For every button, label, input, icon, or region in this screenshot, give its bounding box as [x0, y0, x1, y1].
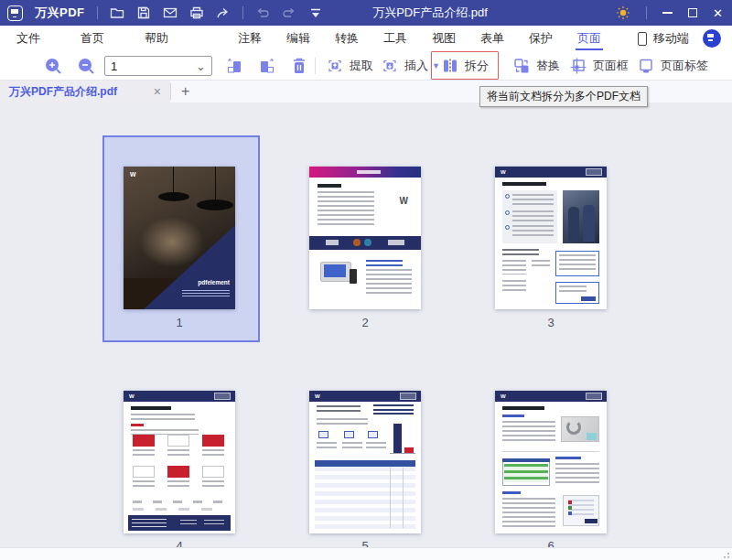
- zoom-out-button[interactable]: [77, 51, 95, 80]
- menu-view[interactable]: 视图: [430, 27, 458, 50]
- cover-brand-text: pdfelement: [198, 279, 230, 285]
- pdfelement-badge-icon[interactable]: [703, 29, 721, 48]
- page-number-5: 5: [309, 539, 421, 547]
- page-thumbnails-canvas[interactable]: W pdfelement W W: [0, 102, 732, 547]
- page-toolbar: 1 ⌄ 提取 插入 ▼: [0, 51, 732, 81]
- menu-comment[interactable]: 注释: [236, 27, 264, 50]
- page-thumbnail-3[interactable]: W: [495, 167, 607, 309]
- close-button[interactable]: ✕: [713, 7, 723, 19]
- extract-icon: [326, 57, 344, 75]
- divider: [646, 6, 647, 19]
- title-bar: 万兴PDF 万兴PDF产品介绍.pdf ✕: [0, 0, 732, 26]
- page-number-4: 4: [124, 539, 235, 547]
- zoom-in-icon: [44, 57, 62, 75]
- page-thumbnail-1[interactable]: W pdfelement: [124, 167, 235, 309]
- replace-pages-button[interactable]: 替换: [512, 51, 560, 80]
- zoom-in-button[interactable]: [44, 51, 62, 80]
- divider: [97, 6, 98, 19]
- extract-label: 提取: [350, 58, 373, 74]
- document-tab[interactable]: 万兴PDF产品介绍.pdf ×: [0, 81, 170, 102]
- extract-pages-button[interactable]: 提取: [326, 51, 373, 80]
- tab-close-icon[interactable]: ×: [154, 85, 161, 98]
- wondershare-logo: W: [400, 196, 408, 206]
- divider: [170, 83, 171, 100]
- page-box-label: 页面框: [593, 58, 629, 74]
- page-box-icon: [569, 57, 587, 75]
- split-pages-button[interactable]: 拆分: [431, 51, 499, 80]
- split-tooltip: 将当前文档拆分为多个PDF文档: [479, 86, 648, 107]
- collapse-toolbar-icon[interactable]: [308, 5, 323, 20]
- menu-convert[interactable]: 转换: [333, 27, 361, 50]
- menu-tools[interactable]: 工具: [382, 27, 409, 50]
- app-name: 万兴PDF: [35, 5, 85, 21]
- replace-label: 替换: [536, 58, 560, 74]
- print-icon[interactable]: [189, 5, 204, 20]
- undo-icon[interactable]: [255, 5, 270, 20]
- open-folder-icon[interactable]: [110, 5, 124, 20]
- replace-icon: [512, 57, 531, 75]
- comparison-table: [315, 467, 415, 529]
- page-thumbnail-2[interactable]: W: [309, 167, 421, 309]
- menu-bar: 文件 首页 帮助 注释 编辑 转换 工具 视图 表单 保护 页面 移动端: [0, 26, 732, 51]
- page-box-button[interactable]: 页面框: [569, 51, 629, 80]
- page-label-label: 页面标签: [661, 58, 708, 74]
- new-tab-button[interactable]: +: [181, 81, 189, 102]
- delete-page-button[interactable]: [291, 51, 307, 80]
- mobile-phone-icon: [638, 32, 647, 46]
- zoom-out-icon: [77, 57, 95, 75]
- insert-label: 插入: [404, 58, 428, 74]
- page-number-value: 1: [111, 59, 117, 73]
- redo-icon[interactable]: [282, 5, 296, 20]
- mobile-label[interactable]: 移动端: [653, 30, 689, 47]
- lamp-shape: [158, 192, 189, 201]
- mini-bar-chart: [393, 424, 402, 453]
- divider: [315, 58, 316, 74]
- page-thumbnail-4[interactable]: W: [124, 391, 235, 533]
- email-icon[interactable]: [163, 5, 178, 20]
- theme-sun-icon[interactable]: [616, 5, 630, 20]
- app-logo-icon: [7, 5, 23, 21]
- menu-protect[interactable]: 保护: [527, 27, 554, 50]
- share-icon[interactable]: [216, 5, 231, 20]
- tab-title: 万兴PDF产品介绍.pdf: [9, 84, 117, 100]
- trash-icon: [291, 57, 307, 75]
- status-bar: [0, 547, 732, 560]
- menu-page[interactable]: 页面: [576, 27, 603, 50]
- rotate-left-icon: [225, 57, 243, 75]
- resize-grip-icon[interactable]: [721, 550, 729, 558]
- menu-home[interactable]: 首页: [79, 27, 106, 50]
- page-number-6: 6: [495, 539, 607, 547]
- wondershare-logo: W: [130, 171, 136, 178]
- page-number-2: 2: [309, 316, 421, 329]
- maximize-button[interactable]: [688, 8, 697, 17]
- save-icon[interactable]: [136, 5, 151, 20]
- split-icon: [441, 57, 459, 75]
- page-number-select[interactable]: 1 ⌄: [104, 56, 212, 76]
- insert-icon: [381, 57, 399, 75]
- divider: [242, 6, 243, 19]
- chevron-down-icon: ⌄: [196, 59, 206, 73]
- split-label: 拆分: [465, 58, 489, 74]
- lamp-shape: [197, 199, 233, 210]
- page-thumbnail-6[interactable]: W: [495, 391, 607, 533]
- menu-edit[interactable]: 编辑: [285, 27, 312, 50]
- menu-form[interactable]: 表单: [479, 27, 506, 50]
- rotate-right-icon: [258, 57, 276, 75]
- rotate-right-button[interactable]: [258, 51, 276, 80]
- page-label-icon: [637, 57, 655, 75]
- document-title: 万兴PDF产品介绍.pdf: [372, 5, 488, 21]
- page-number-3: 3: [495, 316, 607, 329]
- minimize-button[interactable]: [662, 12, 673, 14]
- rotate-left-button[interactable]: [225, 51, 243, 80]
- page-label-button[interactable]: 页面标签: [637, 51, 708, 80]
- menu-file[interactable]: 文件: [15, 27, 42, 50]
- page-thumbnail-5[interactable]: W: [309, 391, 421, 533]
- page-number-1: 1: [124, 316, 235, 329]
- menu-help[interactable]: 帮助: [143, 27, 170, 50]
